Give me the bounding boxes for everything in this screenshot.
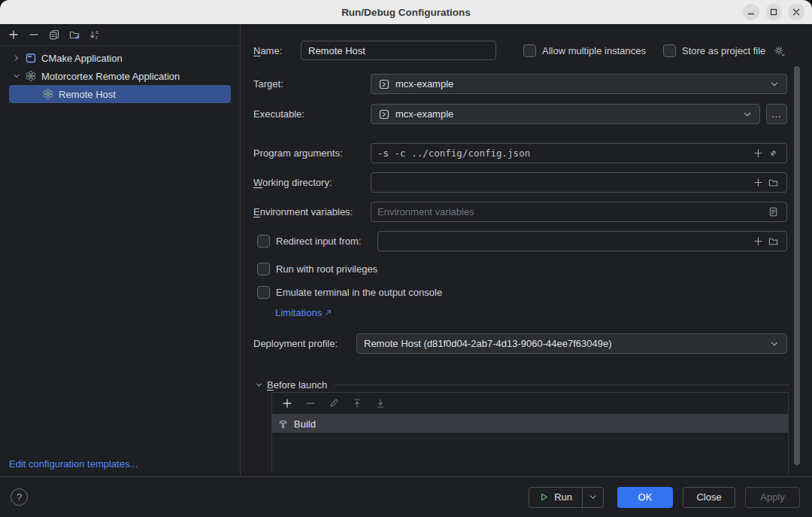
help-button[interactable]: ? bbox=[11, 488, 28, 506]
redirect-input-row: Redirect input from: bbox=[253, 231, 787, 251]
folder-icon[interactable] bbox=[765, 234, 780, 249]
name-input[interactable] bbox=[301, 41, 496, 60]
expand-icon[interactable] bbox=[765, 146, 780, 161]
add-configuration-button[interactable] bbox=[5, 26, 22, 43]
sort-alphabetically-icon: a z bbox=[89, 29, 101, 41]
before-launch-header[interactable]: Before launch bbox=[253, 377, 789, 392]
apply-button[interactable]: Apply bbox=[745, 487, 800, 508]
before-launch-task-build[interactable]: Build bbox=[272, 415, 788, 433]
emulate-terminal-checkbox[interactable] bbox=[257, 286, 270, 299]
chevron-down-icon[interactable] bbox=[253, 381, 264, 389]
hammer-icon bbox=[277, 418, 289, 430]
task-label: Build bbox=[294, 418, 316, 430]
redirect-input-field bbox=[377, 231, 787, 251]
close-dialog-button[interactable]: Close bbox=[683, 487, 735, 508]
before-launch-label: Before launch bbox=[267, 379, 327, 391]
environment-variables-row: Environment variables: bbox=[253, 202, 787, 222]
add-icon[interactable] bbox=[750, 146, 765, 161]
atom-icon bbox=[25, 70, 37, 82]
run-with-root-privileges-group: Run with root privileges bbox=[253, 261, 812, 276]
vertical-scrollbar[interactable] bbox=[794, 66, 800, 465]
gear-icon[interactable] bbox=[771, 43, 786, 58]
app-window-icon bbox=[25, 52, 37, 64]
tree-item-remote-host[interactable]: Remote Host bbox=[9, 85, 231, 103]
external-link-arrow-icon bbox=[324, 309, 332, 317]
edit-configuration-templates-link[interactable]: Edit configuration templates... bbox=[9, 458, 138, 470]
list-icon[interactable] bbox=[765, 205, 780, 220]
move-task-down-button[interactable] bbox=[371, 395, 389, 412]
executable-combobox[interactable]: mcx-example bbox=[371, 104, 760, 124]
program-arguments-row: Program arguments: bbox=[253, 143, 787, 163]
run-target-icon bbox=[378, 78, 390, 90]
executable-row: Executable: mcx-example ... bbox=[253, 104, 787, 124]
executable-label: Executable: bbox=[253, 108, 371, 120]
configuration-form: Name: Allow multiple instances Store as … bbox=[241, 24, 812, 476]
run-options-dropdown[interactable] bbox=[583, 488, 603, 507]
redirect-input-input[interactable] bbox=[378, 232, 750, 251]
remove-task-button[interactable] bbox=[301, 395, 319, 412]
close-button[interactable] bbox=[788, 4, 804, 20]
ok-button[interactable]: OK bbox=[617, 487, 673, 508]
run-button[interactable]: Run bbox=[529, 488, 582, 507]
program-arguments-input[interactable] bbox=[371, 144, 750, 163]
target-row: Target: mcx-example bbox=[253, 74, 787, 94]
name-label: Name: bbox=[253, 45, 301, 56]
add-icon bbox=[8, 29, 20, 41]
maximize-button[interactable] bbox=[765, 4, 782, 20]
chevron-right-icon[interactable] bbox=[11, 53, 23, 62]
target-combobox[interactable]: mcx-example bbox=[371, 74, 787, 94]
allow-multiple-instances-label: Allow multiple instances bbox=[542, 45, 646, 56]
working-directory-field bbox=[371, 172, 787, 193]
working-directory-input[interactable] bbox=[371, 173, 750, 192]
redirect-input-checkbox[interactable] bbox=[257, 235, 270, 248]
add-icon[interactable] bbox=[750, 234, 765, 249]
folder-icon[interactable] bbox=[765, 175, 780, 190]
browse-executable-button[interactable]: ... bbox=[766, 104, 787, 124]
run-with-root-privileges-checkbox[interactable] bbox=[257, 263, 270, 275]
allow-multiple-instances-checkbox[interactable] bbox=[523, 44, 536, 57]
copy-configuration-button[interactable] bbox=[45, 26, 62, 43]
run-debug-configurations-dialog: Run/Debug Configurations bbox=[0, 0, 812, 517]
configurations-tree: CMake Application Motorcortex Remote App… bbox=[0, 46, 240, 103]
chevron-down-icon bbox=[742, 109, 753, 120]
store-as-project-file-checkbox[interactable] bbox=[663, 44, 676, 57]
before-launch-toolbar bbox=[272, 393, 788, 415]
configurations-sidebar: a z CMake Application bbox=[0, 24, 241, 476]
tree-item-label: Remote Host bbox=[59, 89, 116, 100]
working-directory-label: Working directory: bbox=[253, 177, 371, 188]
chevron-down-icon[interactable] bbox=[11, 71, 23, 81]
executable-value: mcx-example bbox=[395, 108, 737, 120]
move-up-icon bbox=[351, 397, 363, 409]
add-task-button[interactable] bbox=[278, 395, 295, 412]
limitations-link-label: Limitations bbox=[275, 307, 322, 318]
program-arguments-field bbox=[371, 143, 787, 163]
add-icon[interactable] bbox=[750, 175, 765, 190]
before-launch-panel: Build bbox=[271, 392, 789, 473]
window-controls bbox=[743, 4, 804, 20]
before-launch-rule bbox=[335, 385, 789, 385]
remove-configuration-button[interactable] bbox=[25, 26, 42, 43]
environment-variables-input[interactable] bbox=[371, 202, 765, 221]
copy-icon bbox=[48, 29, 60, 41]
emulate-terminal-group: Emulate terminal in the output console bbox=[253, 284, 812, 300]
new-folder-button[interactable] bbox=[65, 26, 83, 43]
edit-task-button[interactable] bbox=[325, 395, 342, 412]
minimize-button[interactable] bbox=[743, 4, 759, 20]
deployment-profile-combobox[interactable]: Remote Host (d81f0d04-2ab7-4d13-9060-44e… bbox=[356, 333, 787, 354]
emulate-terminal-label: Emulate terminal in the output console bbox=[276, 287, 442, 298]
store-as-project-file-label: Store as project file bbox=[682, 45, 765, 56]
limitations-link[interactable]: Limitations bbox=[275, 307, 332, 318]
deployment-profile-value: Remote Host (d81f0d04-2ab7-4d13-9060-44e… bbox=[364, 338, 764, 349]
target-label: Target: bbox=[253, 78, 371, 90]
footer-buttons: Run OK Close Apply bbox=[529, 487, 800, 508]
environment-variables-field bbox=[371, 202, 787, 222]
sort-configurations-button[interactable]: a z bbox=[86, 26, 103, 43]
tree-item-motorcortex-remote-application[interactable]: Motorcortex Remote Application bbox=[0, 67, 240, 85]
tree-item-cmake-application[interactable]: CMake Application bbox=[0, 49, 240, 67]
environment-variables-label: Environment variables: bbox=[253, 206, 371, 217]
chevron-down-icon bbox=[769, 339, 780, 349]
help-icon: ? bbox=[17, 491, 22, 503]
store-as-project-file-group: Store as project file bbox=[663, 43, 786, 58]
move-task-up-button[interactable] bbox=[348, 395, 365, 412]
dialog-footer: ? Run OK Close Apply bbox=[0, 476, 812, 517]
